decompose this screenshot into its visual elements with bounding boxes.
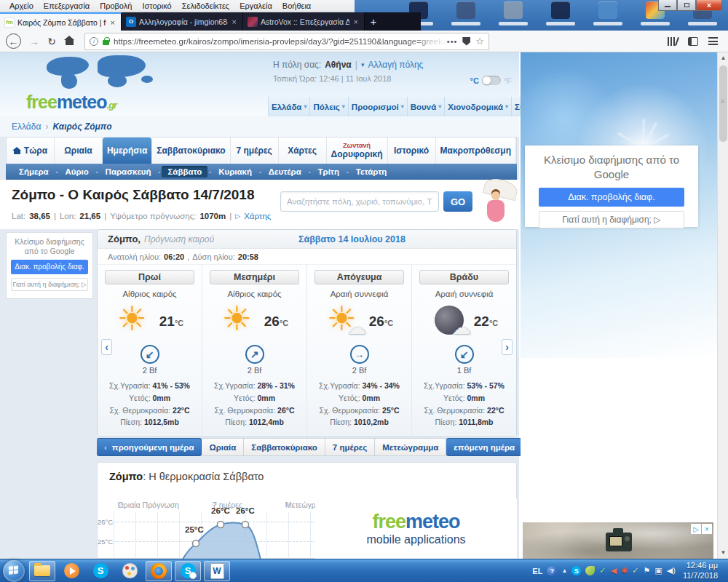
desktop-icon[interactable] <box>494 1 533 29</box>
next-day-button[interactable]: επόμενη ημέρα <box>446 438 531 456</box>
menu-file[interactable]: Αρχείο <box>4 1 39 10</box>
unit-switch[interactable] <box>482 76 501 85</box>
go-button[interactable]: GO <box>443 191 472 212</box>
breadcrumb-home[interactable]: Ελλάδα <box>12 121 41 132</box>
tab-daily[interactable]: Ημερήσια <box>103 137 152 164</box>
skype-tray-icon[interactable]: S <box>571 566 581 575</box>
language-indicator[interactable]: EL <box>532 567 542 575</box>
menu-help[interactable]: Βοήθεια <box>277 1 316 10</box>
nav-destinations[interactable]: Προορισμοί▾ <box>348 97 407 116</box>
camera-ad-banner[interactable]: ▷ × <box>523 522 713 559</box>
tab-close-icon[interactable]: × <box>231 17 238 26</box>
vertical-scrollbar[interactable]: ▲ ▼ <box>717 52 728 559</box>
taskbar-word[interactable]: W <box>204 561 230 581</box>
leaf-tray-icon[interactable] <box>585 566 595 575</box>
menu-bookmarks[interactable]: Σελιδοδείκτες <box>177 1 234 10</box>
bookmark-star-icon[interactable]: ☆ <box>475 36 484 47</box>
nav-cities[interactable]: Πόλεις▾ <box>309 97 347 116</box>
tab-astrovox[interactable]: AstroVox :: Επεξεργασία Δημοσ × <box>243 12 365 31</box>
sidebar-icon[interactable] <box>688 37 698 46</box>
day-saturday[interactable]: Σάββατο <box>162 166 207 178</box>
why-this-ad-button[interactable]: Γιατί αυτή η διαφήμιση; ▷ <box>539 211 684 228</box>
url-bar[interactable]: i https://freemeteo.gr/kairos/zompo/imer… <box>84 33 489 50</box>
restore-button[interactable] <box>677 0 696 11</box>
close-button[interactable]: × <box>696 0 722 11</box>
scroll-down-arrow[interactable]: ▼ <box>718 547 728 559</box>
tab-satellite[interactable]: ΖωντανήΔορυφορική <box>327 137 388 164</box>
tab-longterm[interactable]: Μακροπρόθεσμη <box>436 137 517 164</box>
scrollbar-thumb[interactable] <box>719 65 727 142</box>
taskbar-explorer[interactable] <box>29 561 55 581</box>
back-button[interactable]: ← <box>6 33 21 49</box>
freemeteo-logo[interactable]: freemeteo.gr <box>26 55 194 113</box>
alert-tray-icon[interactable]: ✱ <box>621 567 628 575</box>
adchoices-icon[interactable]: ▷ <box>691 524 701 534</box>
minimize-button[interactable] <box>658 0 677 11</box>
ad-close-icon[interactable]: × <box>702 524 712 534</box>
menu-view[interactable]: Προβολή <box>95 1 137 10</box>
unit-toggle[interactable]: °C °F <box>470 76 512 85</box>
horn-tray-icon[interactable]: ◀ <box>611 567 617 575</box>
library-icon[interactable] <box>668 37 678 46</box>
mobile-apps-ad[interactable]: freemeteo mobile applications <box>315 499 517 559</box>
search-input[interactable] <box>280 191 439 212</box>
stop-showing-ad-button[interactable]: Διακ. προβολής διαφ. <box>11 260 88 274</box>
seven-days-button[interactable]: 7 ημέρες <box>325 438 375 456</box>
change-city-link[interactable]: Αλλαγή πόλης <box>368 60 423 70</box>
hamburger-menu-icon[interactable] <box>708 37 718 45</box>
stop-showing-ad-button[interactable]: Διακ. προβολής διαφ. <box>539 188 684 207</box>
tab-close-icon[interactable]: × <box>109 18 116 27</box>
new-tab-button[interactable]: + <box>365 12 382 31</box>
day-monday[interactable]: Δευτέρα <box>263 166 307 178</box>
start-button[interactable] <box>3 560 25 582</box>
previous-day-arrow[interactable]: ‹ <box>101 339 112 355</box>
menu-edit[interactable]: Επεξεργασία <box>39 1 95 10</box>
desktop-icon[interactable] <box>588 1 628 29</box>
day-wednesday[interactable]: Τετάρτη <box>350 166 392 178</box>
day-friday[interactable]: Παρασκευή <box>100 166 157 178</box>
menu-history[interactable]: Ιστορικό <box>137 1 176 10</box>
tab-hourly[interactable]: Ωριαία <box>55 137 103 164</box>
usb-tray-icon[interactable]: ✓ <box>632 567 638 575</box>
tab-history[interactable]: Ιστορικό <box>388 137 436 164</box>
tab-mail[interactable]: O Αλληλογραφία - jimgion68@o × <box>122 12 243 31</box>
nav-mountains[interactable]: Βουνά▾ <box>407 97 445 116</box>
volume-tray-icon[interactable]: ◀) <box>667 567 676 575</box>
desktop-icon[interactable] <box>541 1 580 29</box>
help-tray-icon[interactable]: ? <box>547 566 557 576</box>
network-tray-icon[interactable]: ▣ <box>654 567 662 575</box>
menu-tools[interactable]: Εργαλεία <box>234 1 277 10</box>
nav-greece[interactable]: Ελλάδα▾ <box>268 97 309 116</box>
next-day-arrow[interactable]: › <box>502 339 513 355</box>
weekend-button[interactable]: Σαββατοκύριακο <box>244 438 325 456</box>
reload-button[interactable]: ↻ <box>43 33 60 49</box>
pocket-icon[interactable] <box>462 37 470 46</box>
tab-close-icon[interactable]: × <box>352 17 360 26</box>
day-tuesday[interactable]: Τρίτη <box>312 166 346 178</box>
day-sunday[interactable]: Κυριακή <box>213 166 258 178</box>
previous-day-button[interactable]: προηγούμενη ημέρα <box>97 438 202 456</box>
page-actions-icon[interactable]: ••• <box>447 37 458 46</box>
day-today[interactable]: Σήμερα <box>13 166 55 178</box>
forward-button[interactable]: → <box>25 33 43 49</box>
check-tray-icon[interactable]: ✓ <box>599 567 606 575</box>
taskbar-firefox[interactable] <box>146 561 172 581</box>
hourly-button[interactable]: Ωριαία <box>202 438 244 456</box>
taskbar-skype[interactable]: S <box>87 561 114 581</box>
desktop-icon[interactable] <box>446 1 486 29</box>
tab-freemeteo[interactable]: fm Καιρός Ζόμπο Σάββατο | freem × <box>0 12 122 31</box>
info-icon[interactable]: i <box>90 37 98 46</box>
scroll-up-arrow[interactable]: ▲ <box>718 52 728 64</box>
tab-7days[interactable]: 7 ημέρες <box>231 137 279 164</box>
show-hidden-icons[interactable]: ▲ <box>561 567 567 574</box>
day-tomorrow[interactable]: Αύριο <box>59 166 94 178</box>
tab-now[interactable]: Τώρα <box>7 137 55 164</box>
taskbar-clock[interactable]: 12:46 μμ 11/7/2018 <box>680 561 724 581</box>
flag-tray-icon[interactable]: ⚑ <box>643 567 650 575</box>
taskbar-paint[interactable] <box>116 561 143 581</box>
nav-ski[interactable]: Χιονοδρομικά▾ <box>444 97 511 116</box>
tab-weekend[interactable]: Σαββατοκύριακο <box>152 137 230 164</box>
map-link[interactable]: Χάρτης <box>244 212 271 220</box>
taskbar-skype-running[interactable]: S <box>175 561 201 581</box>
taskbar-media-player[interactable] <box>58 561 84 581</box>
